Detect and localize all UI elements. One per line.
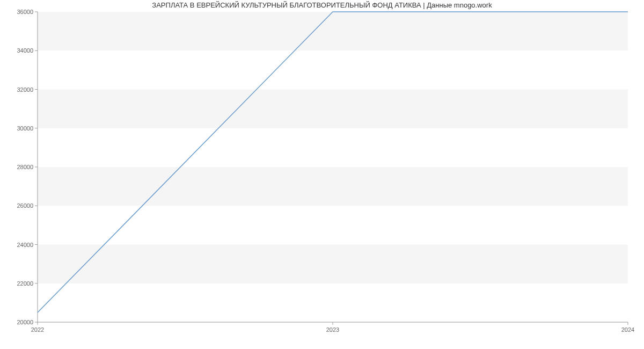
chart-title: ЗАРПЛАТА В ЕВРЕЙСКИЙ КУЛЬТУРНЫЙ БЛАГОТВО… <box>152 1 492 9</box>
chart-container: ЗАРПЛАТА В ЕВРЕЙСКИЙ КУЛЬТУРНЫЙ БЛАГОТВО… <box>0 0 644 349</box>
grid-band <box>38 167 628 206</box>
y-tick-label: 22000 <box>17 280 33 287</box>
y-tick-label: 28000 <box>17 164 33 170</box>
x-tick-label: 2022 <box>31 326 44 333</box>
plot-area: 2000022000240002600028000300003200034000… <box>17 9 634 333</box>
y-tick-label: 26000 <box>17 202 33 209</box>
y-tick-label: 20000 <box>17 319 33 325</box>
grid-band <box>38 90 628 128</box>
y-tick-label: 36000 <box>17 9 33 15</box>
x-tick-label: 2024 <box>621 326 634 333</box>
y-tick-label: 34000 <box>17 47 33 54</box>
y-tick-label: 32000 <box>17 86 33 93</box>
grid-band <box>38 245 628 283</box>
y-tick-label: 30000 <box>17 125 33 132</box>
x-tick-label: 2023 <box>326 326 339 333</box>
y-tick-label: 24000 <box>17 242 33 248</box>
grid-band <box>38 12 628 50</box>
chart-svg: ЗАРПЛАТА В ЕВРЕЙСКИЙ КУЛЬТУРНЫЙ БЛАГОТВО… <box>0 0 644 349</box>
